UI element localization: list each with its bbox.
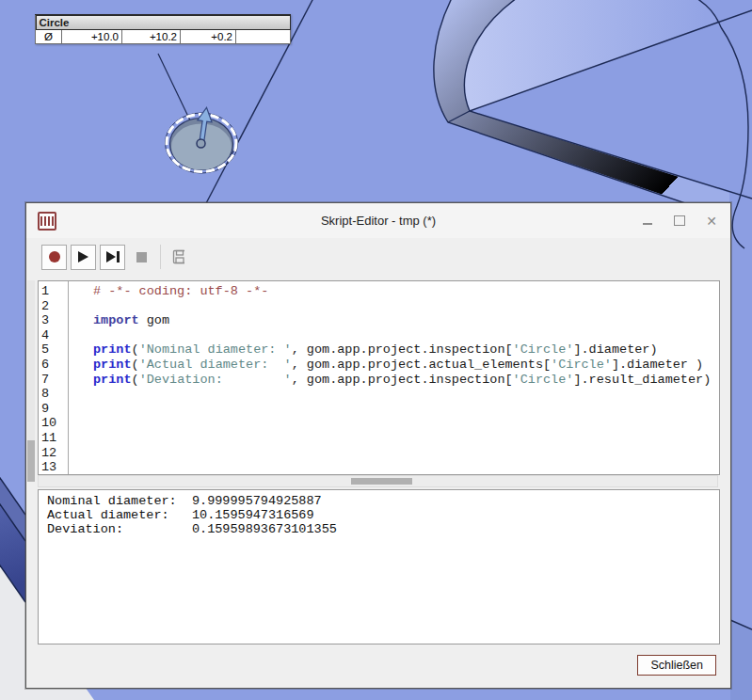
code-line — [93, 402, 719, 417]
close-dialog-button[interactable]: Schließen — [637, 655, 716, 676]
close-button[interactable]: ✕ — [702, 212, 721, 231]
table-row: Ø +10.0 +10.2 +0.2 — [36, 30, 291, 44]
record-button[interactable] — [41, 245, 67, 270]
run-step-button[interactable] — [100, 245, 125, 270]
output-console: Nominal diameter: 9.999995794925887 Actu… — [38, 489, 720, 644]
value-pruefung — [236, 30, 291, 44]
maximize-button[interactable] — [670, 212, 689, 231]
cad-bottom-right-edge — [730, 620, 752, 700]
code-line — [93, 299, 719, 314]
play-triangle-icon — [78, 251, 88, 262]
stop-square-icon — [136, 252, 147, 262]
application-window: Circle Soll Ist Abw. Prüfung Ø +10.0 +10… — [0, 0, 752, 700]
floppy-disk-icon — [172, 249, 184, 264]
line-number-gutter: 1234567891011121314 — [39, 281, 69, 474]
code-line — [93, 431, 719, 446]
maximize-icon — [674, 215, 685, 226]
code-line: print('Deviation: ', gom.app.project.ins… — [93, 373, 719, 388]
toolbar-separator — [160, 245, 161, 269]
console-output-text: Nominal diameter: 9.999995794925887 Actu… — [39, 490, 719, 537]
record-circle-icon — [49, 251, 60, 262]
horizontal-scroll-thumb[interactable] — [351, 478, 412, 485]
code-line — [93, 446, 719, 461]
editor-vertical-scrollbar[interactable] — [27, 280, 35, 473]
editor-horizontal-scrollbar[interactable] — [38, 475, 718, 487]
code-line: import gom — [93, 313, 719, 328]
minimize-icon — [643, 223, 652, 225]
minimize-button[interactable] — [638, 212, 657, 231]
code-line — [93, 387, 719, 402]
diameter-symbol: Ø — [36, 30, 62, 44]
save-button[interactable] — [166, 245, 191, 270]
play-step-icon — [106, 251, 120, 262]
circle-center-point — [197, 139, 205, 148]
code-line: print('Actual diameter: ', gom.app.proje… — [93, 358, 719, 373]
code-editor[interactable]: 1234567891011121314 # -*- coding: utf-8 … — [38, 280, 720, 475]
code-text-area[interactable]: # -*- coding: utf-8 -*- import gom print… — [69, 281, 719, 474]
measurement-label-circle[interactable]: Circle Soll Ist Abw. Prüfung Ø +10.0 +10… — [35, 14, 291, 44]
dialog-title: Skript-Editor - tmp (*) — [26, 203, 730, 238]
value-ist: +10.2 — [122, 30, 181, 44]
code-line: # -*- coding: utf-8 -*- — [93, 284, 719, 299]
vertical-scroll-thumb[interactable] — [27, 440, 35, 482]
value-soll: +10.0 — [62, 30, 122, 44]
label-title: Circle — [36, 15, 291, 30]
script-toolbar — [41, 243, 195, 271]
script-editor-dialog: Skript-Editor - tmp (*) ✕ 12345678910111… — [25, 202, 731, 689]
close-icon: ✕ — [706, 215, 717, 228]
code-line — [93, 460, 719, 475]
code-line — [93, 328, 719, 343]
code-line: print('Nominal diameter: ', gom.app.proj… — [93, 342, 719, 358]
code-line — [93, 416, 719, 431]
stop-button[interactable] — [129, 245, 154, 270]
value-abw: +0.2 — [181, 30, 236, 44]
run-button[interactable] — [71, 245, 96, 270]
dialog-titlebar[interactable]: Skript-Editor - tmp (*) ✕ — [26, 203, 730, 238]
